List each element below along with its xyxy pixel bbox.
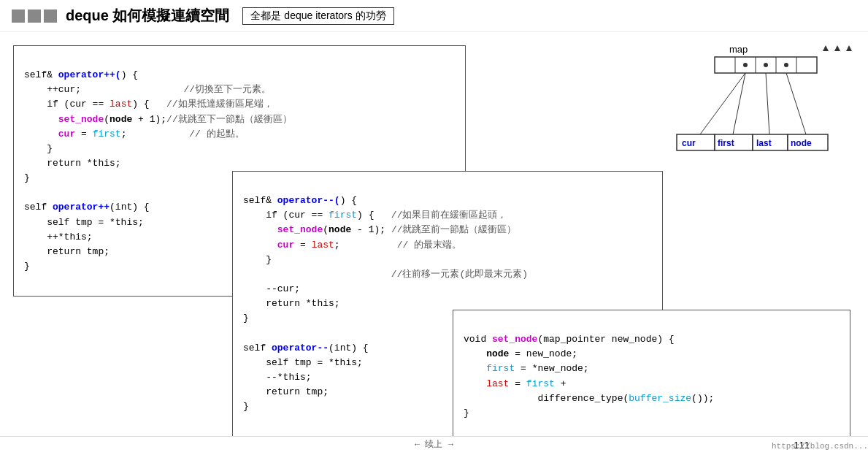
code2-line-14: return tmp; [243,386,329,397]
code-box-3: void set_node(map_pointer new_node) { no… [453,310,850,443]
diagram: map [656,39,861,186]
arrow-2 [834,45,840,51]
icon-2 [28,9,41,23]
code2-line-7: --cur; [243,283,300,294]
first-label: first [718,138,734,148]
code-line-11: self tmp = *this; [24,217,144,228]
code2-line-5: } [243,254,272,265]
line-cur [700,73,745,134]
code-line-3: if (cur == last) { //如果抵達緩衝區尾端， [24,99,273,110]
arrow-3 [846,45,852,51]
bottom-link: https://blog.csdn... [772,442,868,451]
icon-1 [12,9,25,23]
code2-line-15: } [243,401,249,412]
code-line-12: ++*this; [24,232,93,242]
line-first [733,73,745,134]
code3-line-5: difference_type(buffer_size()); [464,393,714,404]
code3-line-3: first = *new_node; [464,363,589,374]
code3-line-4: last = first + [464,378,566,389]
code2-line-2: if (cur == first) { //如果目前在緩衝區起頭， [243,210,507,221]
line-last [766,73,769,134]
code-line-10: self operator++(int) { [24,202,150,213]
code2-line-1: self& operator--() { [243,195,357,206]
code3-line-2: node = new_node; [464,348,577,359]
page-title: deque 如何模擬連續空間 [66,6,229,26]
code2-line-6: //往前移一元素(此即最末元素) [243,269,528,280]
map-label: map [729,44,748,55]
code2-line-12: self tmp = *this; [243,357,363,368]
code2-line-13: --*this; [243,372,312,383]
header-badge: 全都是 deque iterators 的功勞 [242,7,393,25]
line-node [786,73,806,134]
code-line-4: set_node(node + 1);//就跳至下一節點（緩衝區） [24,114,292,125]
dot-2 [764,63,768,67]
code-line-2: ++cur; //切換至下一元素。 [24,84,271,95]
bottom-bar: ← 续上 → [0,436,868,452]
code2-line-4: cur = last; // 的最末端。 [243,240,461,251]
code-line-6: } [24,143,53,154]
code-line-8: } [24,172,30,183]
code2-line-3: set_node(node - 1); //就跳至前一節點（緩衝區） [243,224,516,235]
bottom-label: ← 续上 → [415,438,453,451]
code3-line-6: } [464,408,469,418]
code2-line-11: self operator--(int) { [243,343,369,353]
dot-3 [784,63,788,67]
cur-label: cur [682,138,696,148]
code-line-7: return *this; [24,158,121,169]
code-line-13: return tmp; [24,246,110,257]
header-icon-group [12,9,57,23]
node-label: node [791,138,812,148]
code2-line-9: } [243,313,249,324]
icon-3 [44,9,57,23]
header: deque 如何模擬連續空間 全都是 deque iterators 的功勞 [0,0,868,32]
code-line-1: self& operator++() { [24,69,138,80]
code3-line-1: void set_node(map_pointer new_node) { [464,334,675,345]
dot-1 [743,63,748,67]
last-label: last [756,138,772,148]
diagram-svg: map [656,39,861,186]
main-content: Boplan self& operator++() { ++cur; //切換至… [0,32,868,452]
code-line-5: cur = first; // 的起點。 [24,129,245,139]
arrow-1 [823,45,829,51]
code2-line-8: return *this; [243,298,340,309]
code-line-14: } [24,261,30,272]
